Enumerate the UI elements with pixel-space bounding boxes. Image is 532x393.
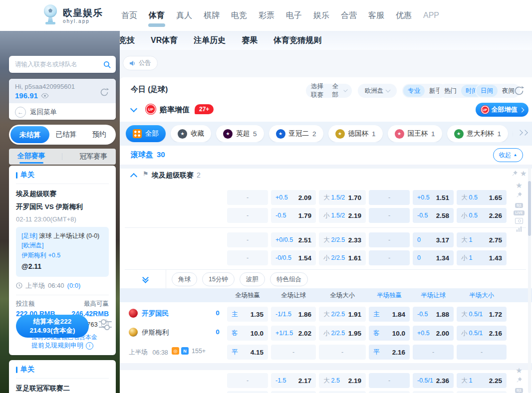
- back-to-menu[interactable]: ← 返回菜单: [9, 103, 116, 120]
- toggle-option-0[interactable]: 热门: [440, 85, 461, 97]
- odds-cell[interactable]: -: [369, 232, 410, 247]
- odds-cell[interactable]: 小2/2.51.95: [319, 326, 366, 341]
- expand-markets[interactable]: [125, 269, 166, 288]
- odds-cell[interactable]: 小0.52.26: [457, 208, 507, 223]
- stats-bars-icon[interactable]: [517, 226, 522, 232]
- odds-cell[interactable]: +0.52.00: [413, 326, 454, 341]
- odds-cell[interactable]: 主1.84: [369, 307, 410, 322]
- odds-cell[interactable]: 小11.43: [457, 250, 507, 265]
- away-team-name[interactable]: 伊斯梅利: [142, 328, 169, 337]
- pin-icon[interactable]: [516, 192, 523, 200]
- announcement-pill[interactable]: 公告: [123, 56, 158, 70]
- odds-cell[interactable]: -: [457, 345, 507, 360]
- nav-item-3[interactable]: 棋牌: [204, 0, 220, 31]
- odds-cell[interactable]: 小1.5/22.19: [319, 208, 366, 223]
- column-header-4[interactable]: 半场让球: [413, 288, 454, 302]
- odds-cell[interactable]: 大12.25: [457, 373, 507, 388]
- odds-cell[interactable]: -: [227, 208, 268, 223]
- column-header-0[interactable]: 全场独赢: [227, 288, 268, 302]
- pitch-view-icon[interactable]: [515, 218, 523, 224]
- league-tab-6[interactable]: ★意大利杯1: [447, 125, 509, 142]
- odds-cell[interactable]: 客10.0: [369, 326, 410, 341]
- cashout-rules-link[interactable]: 提前兑现规则申明 i: [9, 341, 116, 350]
- live-stream-icon[interactable]: LIVE: [514, 210, 524, 215]
- odds-cell[interactable]: 01.34: [413, 250, 454, 265]
- odds-cell[interactable]: [319, 391, 366, 393]
- corner-stats-icon[interactable]: 0|1: [515, 203, 523, 208]
- home-team-name[interactable]: 开罗国民: [142, 309, 169, 318]
- market-pill-0[interactable]: 角球: [172, 272, 197, 286]
- market-select[interactable]: 欧洲盘: [358, 84, 397, 98]
- nav-item-9[interactable]: 客服: [368, 0, 384, 31]
- odds-cell[interactable]: -: [369, 373, 410, 388]
- odds-cell[interactable]: -: [319, 345, 366, 360]
- favorite-star-icon[interactable]: ★: [516, 182, 522, 189]
- favorite-star-icon[interactable]: ★: [516, 367, 522, 374]
- odds-cell[interactable]: -: [413, 345, 454, 360]
- nav-item-5[interactable]: 体育竞猜规则: [273, 31, 321, 50]
- league-tab-1[interactable]: ★收藏: [171, 125, 211, 142]
- refresh-balance-icon[interactable]: [99, 87, 110, 98]
- market-pill-3[interactable]: 特色组合: [270, 272, 308, 286]
- nav-item-7[interactable]: 娱乐: [313, 0, 329, 31]
- nav-item-4[interactable]: 电竞: [231, 0, 247, 31]
- odds-cell[interactable]: -: [227, 250, 268, 265]
- column-header-3[interactable]: 半场独赢: [369, 288, 410, 302]
- odds-cell[interactable]: [369, 391, 410, 393]
- toggle-option-0[interactable]: 专业: [403, 85, 425, 97]
- odds-cell[interactable]: [227, 391, 268, 393]
- odds-cell[interactable]: 大2.52.19: [319, 373, 366, 388]
- odds-cell[interactable]: -: [271, 345, 316, 360]
- odds-cell[interactable]: 大0.5/11.72: [457, 307, 507, 322]
- column-header-1[interactable]: 全场让球: [271, 288, 316, 302]
- odds-cell[interactable]: 大12.75: [457, 232, 507, 247]
- nav-item-5[interactable]: 彩票: [259, 0, 274, 31]
- collapse-button[interactable]: 收起 ▲: [493, 148, 523, 162]
- odds-cell[interactable]: -0.51.88: [413, 307, 454, 322]
- markets-count[interactable]: 155+: [192, 348, 206, 355]
- odds-cell[interactable]: -0.52.58: [413, 208, 454, 223]
- pin-icon[interactable]: [516, 377, 523, 386]
- odds-cell[interactable]: -: [227, 232, 268, 247]
- more-leagues-chevrons-icon[interactable]: [518, 131, 527, 135]
- nav-item-2[interactable]: VR体育: [151, 31, 178, 50]
- odds-cell[interactable]: +0.51.51: [413, 190, 454, 205]
- nav-item-8[interactable]: 合营: [341, 0, 357, 31]
- odds-cell[interactable]: -0/0.51.54: [271, 250, 316, 265]
- brand-logo[interactable]: 欧皇娱乐 ohyl.app: [42, 4, 103, 27]
- nav-item-2[interactable]: 真人: [176, 0, 192, 31]
- odds-cell[interactable]: -0.51.79: [271, 208, 316, 223]
- column-header-2[interactable]: 全场大小: [319, 288, 366, 302]
- refresh-odds-icon[interactable]: [513, 85, 525, 97]
- odds-cell[interactable]: 03.17: [413, 232, 454, 247]
- odds-cell[interactable]: +1/1.52.02: [271, 326, 316, 341]
- tab-champion-events[interactable]: 冠军赛事: [79, 152, 107, 161]
- odds-cell[interactable]: -0.5/12.36: [413, 373, 454, 388]
- market-pill-1[interactable]: 15分钟: [202, 272, 235, 286]
- bet-status-tab-0[interactable]: 未结算: [10, 126, 49, 143]
- nav-item-6[interactable]: 电子: [286, 0, 302, 31]
- league-tab-2[interactable]: ★英超5: [216, 125, 264, 142]
- search-icon[interactable]: [103, 61, 111, 68]
- odds-cell[interactable]: [413, 391, 454, 393]
- odds-cell[interactable]: 平4.15: [227, 345, 268, 360]
- column-header-5[interactable]: 半场大小: [457, 288, 507, 302]
- odds-cell[interactable]: 大2/2.51.91: [319, 307, 366, 322]
- tab-all-events[interactable]: 全部赛事: [17, 152, 45, 162]
- odds-cell[interactable]: -: [369, 250, 410, 265]
- market-pill-2[interactable]: 波胆: [240, 272, 265, 286]
- league-tab-0[interactable]: 全部: [126, 125, 166, 142]
- scrollbar-thumb[interactable]: [528, 181, 531, 236]
- cashout-slider-icon[interactable]: [99, 319, 112, 330]
- odds-cell[interactable]: 小0.5/12.16: [457, 326, 507, 341]
- corner-stats-icon[interactable]: 0|1: [515, 388, 523, 393]
- nav-item-0[interactable]: 首页: [121, 0, 137, 31]
- odds-cell[interactable]: 客10.0: [227, 326, 268, 341]
- bet-status-tab-2[interactable]: 预约: [83, 130, 116, 139]
- odds-cell[interactable]: 平2.16: [369, 345, 410, 360]
- search-input[interactable]: [14, 60, 103, 68]
- nav-item-4[interactable]: 赛果: [242, 31, 258, 50]
- nav-item-3[interactable]: 注单历史: [194, 31, 226, 50]
- odds-cell[interactable]: -1.52.17: [271, 373, 316, 388]
- odds-cell[interactable]: 大0.51.65: [457, 190, 507, 205]
